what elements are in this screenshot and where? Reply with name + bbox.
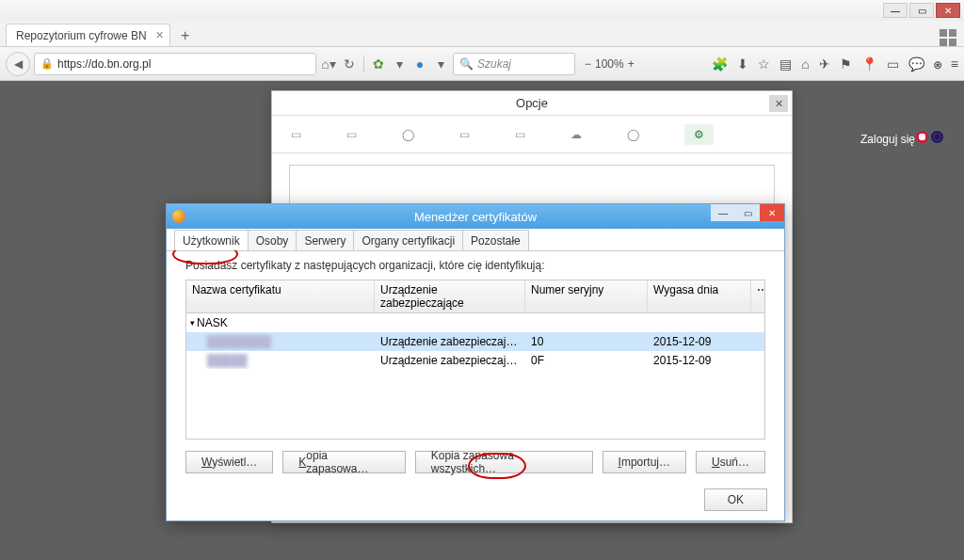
options-tab-selected-icon[interactable]: ⚙ xyxy=(684,124,714,145)
cert-button-row: Wyświetl… Kopia zapasowa… Kopia zapasowa… xyxy=(167,447,784,477)
page-viewport: Zaloguj się Opcje ✕ ▭ ▭ ◯ ▭ ▭ ☁ ◯ ⚙ OK A… xyxy=(0,81,964,560)
zoom-value: 100% xyxy=(595,57,624,71)
cert-delete-button[interactable]: Usuń… xyxy=(696,451,765,473)
cert-row[interactable]: ████████ Urządzenie zabezpieczające 10 2… xyxy=(186,332,764,351)
cert-backup-all-button[interactable]: Kopia zapasowa wszystkich… xyxy=(415,451,593,473)
star-icon[interactable]: ☆ xyxy=(758,56,770,72)
cert-close-button[interactable]: ✕ xyxy=(760,204,784,221)
cert-grid: Nazwa certyfikatu Urządzenie zabezpiecza… xyxy=(185,280,765,440)
back-button[interactable]: ◀ xyxy=(6,52,30,76)
col-serial[interactable]: Numer seryjny xyxy=(525,280,648,312)
tab-label: Repozytorium cyfrowe BN xyxy=(16,29,147,42)
options-title-text: Opcje xyxy=(516,96,548,110)
browser-tabstrip: Repozytorium cyfrowe BN ✕ + xyxy=(0,21,964,47)
pin-icon[interactable]: 📍 xyxy=(861,56,877,72)
window-maximize-button[interactable]: ▭ xyxy=(909,3,934,18)
chat-icon[interactable]: 💬 xyxy=(908,56,924,72)
lbl: suń… xyxy=(720,456,749,469)
book-icon[interactable]: ▭ xyxy=(887,56,899,72)
cert-device: Urządzenie zabezpieczające xyxy=(375,352,525,369)
options-tab-icon[interactable]: ◯ xyxy=(402,128,414,141)
zoom-in-button[interactable]: + xyxy=(628,57,635,71)
browser-tab[interactable]: Repozytorium cyfrowe BN ✕ xyxy=(6,24,170,46)
options-tab-icon[interactable]: ☁ xyxy=(570,128,582,141)
cert-ok-button[interactable]: OK xyxy=(704,488,767,511)
options-tab-icon[interactable]: ▭ xyxy=(346,128,357,141)
zoom-out-button[interactable]: − xyxy=(585,57,591,71)
cert-row[interactable]: █████ Urządzenie zabezpieczające 0F 2015… xyxy=(186,351,764,370)
reload-icon[interactable]: ↻ xyxy=(341,56,358,72)
lbl: yświetl… xyxy=(212,456,257,469)
cert-tab-auth[interactable]: Organy certyfikacji xyxy=(353,230,463,250)
search-icon: 🔍 xyxy=(459,57,474,71)
dropdown-icon-2[interactable]: ▾ xyxy=(432,56,449,72)
window-close-button[interactable]: ✕ xyxy=(936,3,960,18)
toolbar-right-icons: 🧩 ⬇ ☆ ▤ ⌂ ✈ ⚑ 📍 ▭ 💬 ⍟ ≡ xyxy=(712,56,958,72)
cert-titlebar: Menedżer certyfikatów — ▭ ✕ xyxy=(167,204,784,229)
dropdown-icon[interactable]: ▾ xyxy=(391,56,408,72)
firefox-logo-icon xyxy=(172,210,185,223)
collapse-icon[interactable]: ▾ xyxy=(190,318,195,328)
cert-info-text: Posiadasz certyfikaty z następujących or… xyxy=(167,251,784,276)
browser-navbar: ◀ 🔒 https://do.bn.org.pl ⌂▾ ↻ ✿ ▾ ● ▾ 🔍 … xyxy=(0,47,964,81)
col-expires[interactable]: Wygasa dnia xyxy=(648,280,751,312)
lbl: opia zapasowa… xyxy=(306,449,389,475)
cert-tab-other[interactable]: Pozostałe xyxy=(462,230,529,250)
cert-footer: OK xyxy=(704,488,767,511)
new-tab-button[interactable]: + xyxy=(174,25,197,46)
options-close-button[interactable]: ✕ xyxy=(769,95,788,112)
list-icon[interactable]: ▤ xyxy=(779,56,792,72)
search-bar[interactable]: 🔍 Szukaj xyxy=(453,53,575,75)
cert-title: Menedżer certyfikatów xyxy=(414,210,537,224)
cert-tabs: Użytkownik Osoby Serwery Organy certyfik… xyxy=(167,229,784,251)
zoom-controls: − 100% + xyxy=(585,57,635,71)
lbl: mportuj… xyxy=(621,456,670,469)
options-tab-icon[interactable]: ▭ xyxy=(459,128,470,141)
cert-import-button[interactable]: Importuj… xyxy=(602,451,686,473)
separator xyxy=(363,56,364,72)
cert-minimize-button[interactable]: — xyxy=(711,204,735,221)
options-tab-icon[interactable]: ▭ xyxy=(291,128,301,141)
cert-group-row[interactable]: ▾NASK xyxy=(186,313,764,332)
cert-expires: 2015-12-09 xyxy=(648,333,751,350)
cert-view-button[interactable]: Wyświetl… xyxy=(185,451,273,473)
col-name[interactable]: Nazwa certyfikatu xyxy=(186,280,375,312)
cert-tab-user[interactable]: Użytkownik xyxy=(174,230,249,250)
send-icon[interactable]: ✈ xyxy=(819,56,830,72)
flag-pl-icon[interactable] xyxy=(916,131,928,143)
cert-backup-button[interactable]: Kopia zapasowa… xyxy=(282,451,405,473)
cert-device: Urządzenie zabezpieczające xyxy=(375,333,525,350)
tiles-icon[interactable] xyxy=(940,29,956,46)
cert-tab-servers[interactable]: Serwery xyxy=(296,230,354,250)
col-picker-icon[interactable]: ⋯ xyxy=(751,280,764,312)
flag-en-icon[interactable] xyxy=(931,131,943,143)
cert-window-controls: — ▭ ✕ xyxy=(711,204,784,221)
cert-tab-people[interactable]: Osoby xyxy=(248,230,297,250)
home-icon[interactable]: ⌂ xyxy=(801,56,809,72)
tab-close-icon[interactable]: ✕ xyxy=(155,29,164,41)
options-tab-row: ▭ ▭ ◯ ▭ ▭ ☁ ◯ ⚙ xyxy=(272,116,792,153)
col-device[interactable]: Urządzenie zabezpieczające xyxy=(375,280,525,312)
cert-name-blurred: ████████ xyxy=(207,335,271,348)
cert-grid-body: ▾NASK ████████ Urządzenie zabezpieczając… xyxy=(186,313,764,370)
cert-serial: 0F xyxy=(525,352,648,369)
lock-icon: 🔒 xyxy=(40,57,54,70)
options-tab-icon[interactable]: ▭ xyxy=(515,128,525,141)
options-tab-icon[interactable]: ◯ xyxy=(627,128,639,141)
person-icon[interactable]: ⍟ xyxy=(934,56,941,72)
url-text: https://do.bn.org.pl xyxy=(57,57,151,71)
puzzle-icon[interactable]: 🧩 xyxy=(712,56,728,72)
home-dropdown-icon[interactable]: ⌂▾ xyxy=(320,56,337,72)
url-bar[interactable]: 🔒 https://do.bn.org.pl xyxy=(34,53,316,75)
login-link[interactable]: Zaloguj się xyxy=(860,133,915,146)
blue-dot-icon[interactable]: ● xyxy=(411,56,428,72)
addon-gear-icon[interactable]: ✿ xyxy=(370,56,387,72)
cert-maximize-button[interactable]: ▭ xyxy=(735,204,760,221)
menu-icon[interactable]: ≡ xyxy=(951,56,958,72)
window-titlebar: — ▭ ✕ xyxy=(0,0,964,21)
window-minimize-button[interactable]: — xyxy=(883,3,908,18)
cert-name-blurred: █████ xyxy=(207,354,248,367)
cert-expires: 2015-12-09 xyxy=(648,352,751,369)
download-icon[interactable]: ⬇ xyxy=(737,56,748,72)
flag-icon[interactable]: ⚑ xyxy=(840,56,852,72)
